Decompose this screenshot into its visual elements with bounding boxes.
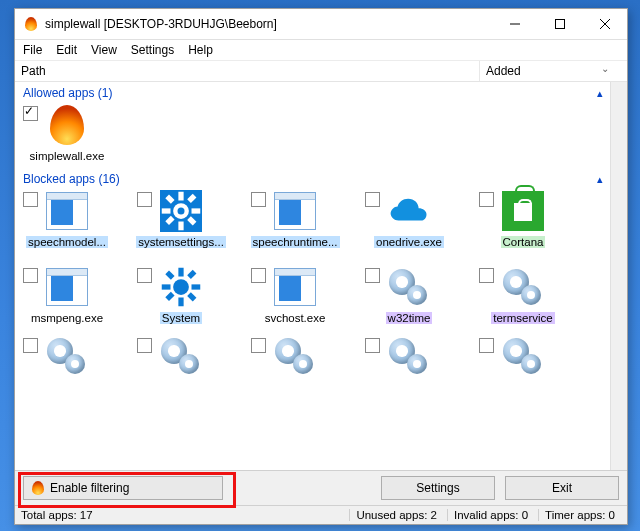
gear2-icon bbox=[43, 336, 91, 376]
winthumb-icon bbox=[271, 266, 319, 308]
col-added[interactable]: Added⌄ bbox=[480, 61, 627, 81]
flame-icon bbox=[43, 104, 91, 146]
enable-filtering-button[interactable]: Enable filtering bbox=[23, 476, 223, 500]
item-checkbox[interactable] bbox=[365, 338, 380, 353]
list-item[interactable]: w32time bbox=[365, 266, 453, 324]
menu-view[interactable]: View bbox=[91, 43, 117, 57]
item-label: onedrive.exe bbox=[374, 236, 444, 248]
blocked-grid-row3 bbox=[15, 330, 627, 378]
status-total: Total apps: 17 bbox=[21, 509, 93, 521]
settings-button[interactable]: Settings bbox=[381, 476, 495, 500]
list-item[interactable]: svchost.exe bbox=[251, 266, 339, 324]
menu-file[interactable]: File bbox=[23, 43, 42, 57]
blocked-grid-row2: msmpeng.exeSystemsvchost.exew32timeterms… bbox=[15, 264, 627, 330]
svg-rect-9 bbox=[165, 216, 174, 225]
status-invalid: Invalid apps: 0 bbox=[447, 509, 534, 521]
winthumb-icon bbox=[43, 266, 91, 308]
item-checkbox[interactable] bbox=[137, 268, 152, 283]
col-path[interactable]: Path bbox=[15, 61, 480, 81]
menubar: File Edit View Settings Help bbox=[15, 40, 627, 61]
menu-settings[interactable]: Settings bbox=[131, 43, 174, 57]
item-checkbox[interactable] bbox=[479, 338, 494, 353]
sort-chevron-icon: ⌄ bbox=[601, 63, 609, 74]
svg-rect-2 bbox=[178, 192, 183, 201]
minimize-button[interactable] bbox=[492, 9, 537, 39]
store-icon bbox=[499, 190, 547, 232]
svg-rect-15 bbox=[192, 284, 201, 289]
section-blocked-header[interactable]: Blocked apps (16) ▴ bbox=[15, 168, 627, 188]
content-area: Allowed apps (1) ▴ simplewall.exe Blocke… bbox=[15, 82, 627, 470]
item-checkbox[interactable] bbox=[137, 338, 152, 353]
item-checkbox[interactable] bbox=[479, 268, 494, 283]
item-checkbox[interactable] bbox=[23, 338, 38, 353]
close-button[interactable] bbox=[582, 9, 627, 39]
item-checkbox[interactable] bbox=[23, 106, 38, 121]
list-item[interactable]: Cortana bbox=[479, 190, 567, 248]
gear2-icon bbox=[499, 266, 547, 308]
collapse-icon[interactable]: ▴ bbox=[597, 173, 603, 186]
item-checkbox[interactable] bbox=[479, 192, 494, 207]
list-item[interactable] bbox=[365, 336, 453, 378]
svg-rect-5 bbox=[192, 208, 201, 213]
list-item[interactable]: speechmodel... bbox=[23, 190, 111, 248]
menu-help[interactable]: Help bbox=[188, 43, 213, 57]
svg-rect-4 bbox=[162, 208, 171, 213]
svg-rect-3 bbox=[178, 222, 183, 231]
item-checkbox[interactable] bbox=[365, 192, 380, 207]
item-label: systemsettings... bbox=[136, 236, 226, 248]
exit-button[interactable]: Exit bbox=[505, 476, 619, 500]
list-item[interactable] bbox=[137, 336, 225, 378]
svg-rect-18 bbox=[187, 270, 196, 279]
item-checkbox[interactable] bbox=[23, 268, 38, 283]
item-label: speechmodel... bbox=[26, 236, 108, 248]
list-item[interactable]: simplewall.exe bbox=[23, 104, 111, 162]
svg-rect-7 bbox=[187, 216, 196, 225]
svg-rect-8 bbox=[187, 194, 196, 203]
item-label: Cortana bbox=[501, 236, 546, 248]
vertical-scrollbar[interactable] bbox=[610, 82, 627, 470]
maximize-button[interactable] bbox=[537, 9, 582, 39]
svg-point-20 bbox=[178, 284, 185, 291]
column-header: Path Added⌄ bbox=[15, 61, 627, 82]
app-window: simplewall [DESKTOP-3RDUHJG\Beeborn] Fil… bbox=[14, 8, 628, 525]
list-item[interactable] bbox=[479, 336, 567, 378]
item-checkbox[interactable] bbox=[23, 192, 38, 207]
statusbar: Total apps: 17 Unused apps: 2 Invalid ap… bbox=[15, 505, 627, 524]
list-item[interactable]: systemsettings... bbox=[137, 190, 225, 248]
list-item[interactable]: msmpeng.exe bbox=[23, 266, 111, 324]
gearblue-icon bbox=[157, 266, 205, 308]
app-icon bbox=[23, 16, 39, 32]
list-item[interactable]: termservice bbox=[479, 266, 567, 324]
svg-point-10 bbox=[178, 208, 185, 215]
section-allowed-header[interactable]: Allowed apps (1) ▴ bbox=[15, 82, 627, 102]
item-checkbox[interactable] bbox=[251, 192, 266, 207]
svg-rect-13 bbox=[178, 298, 183, 307]
list-item[interactable]: onedrive.exe bbox=[365, 190, 453, 248]
menu-edit[interactable]: Edit bbox=[56, 43, 77, 57]
list-item[interactable]: System bbox=[137, 266, 225, 324]
flame-icon bbox=[32, 481, 44, 495]
status-unused: Unused apps: 2 bbox=[349, 509, 443, 521]
winthumb-icon bbox=[271, 190, 319, 232]
item-checkbox[interactable] bbox=[365, 268, 380, 283]
gearwhite-icon bbox=[157, 190, 205, 232]
window-title: simplewall [DESKTOP-3RDUHJG\Beeborn] bbox=[45, 17, 277, 31]
collapse-icon[interactable]: ▴ bbox=[597, 87, 603, 100]
window-controls bbox=[492, 9, 627, 39]
list-item[interactable]: speechruntime... bbox=[251, 190, 339, 248]
item-checkbox[interactable] bbox=[251, 268, 266, 283]
allowed-grid: simplewall.exe bbox=[15, 102, 627, 168]
svg-rect-16 bbox=[165, 270, 174, 279]
svg-rect-12 bbox=[178, 268, 183, 277]
item-label: w32time bbox=[386, 312, 433, 324]
item-checkbox[interactable] bbox=[137, 192, 152, 207]
svg-rect-6 bbox=[165, 194, 174, 203]
item-label: msmpeng.exe bbox=[29, 312, 105, 324]
list-item[interactable] bbox=[251, 336, 339, 378]
winthumb-icon bbox=[43, 190, 91, 232]
item-label: termservice bbox=[491, 312, 554, 324]
list-item[interactable] bbox=[23, 336, 111, 378]
section-allowed-title: Allowed apps (1) bbox=[23, 86, 112, 100]
section-blocked-title: Blocked apps (16) bbox=[23, 172, 120, 186]
item-checkbox[interactable] bbox=[251, 338, 266, 353]
